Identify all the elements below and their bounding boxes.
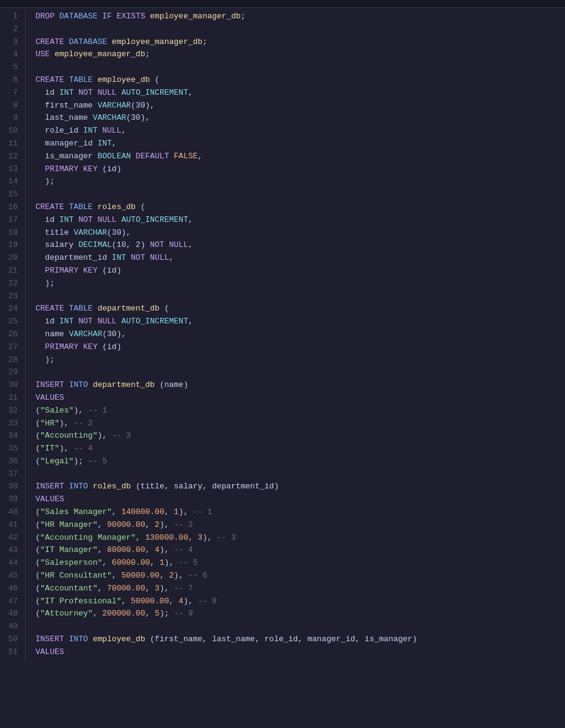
line-number: 14 [5,175,18,188]
line-number: 43 [5,544,18,557]
line-number: 49 [5,620,18,633]
line-number: 3 [5,36,18,49]
code-line: last_name VARCHAR(30), [35,112,565,125]
line-number: 45 [5,570,18,583]
code-line: VALUES [35,392,565,405]
code-line: id INT NOT NULL AUTO_INCREMENT, [35,315,565,328]
line-number: 13 [5,163,18,176]
line-number: 48 [5,608,18,620]
code-line: ("Legal"); -- 5 [35,455,565,468]
line-number: 38 [5,480,18,493]
code-line [35,366,565,379]
code-line: CREATE TABLE employee_db ( [35,74,565,87]
line-number: 1 [5,10,18,23]
code-line: ("HR Manager", 90000.00, 2), -- 2 [35,519,565,532]
code-line: department_id INT NOT NULL, [35,252,565,265]
line-number: 30 [5,379,18,392]
line-number: 44 [5,557,18,570]
line-number: 37 [5,468,18,481]
line-number: 36 [5,455,18,468]
code-line: salary DECIMAL(10, 2) NOT NULL, [35,239,565,252]
code-line [35,61,565,74]
code-line: ("HR"), -- 2 [35,417,565,430]
line-number: 2 [5,23,18,36]
code-line: role_id INT NULL, [35,125,565,138]
line-number: 26 [5,328,18,341]
code-line: PRIMARY KEY (id) [35,163,565,176]
code-line: PRIMARY KEY (id) [35,341,565,354]
line-number: 10 [5,125,18,138]
code-line: VALUES [35,493,565,506]
code-line: first_name VARCHAR(30), [35,100,565,112]
code-line: ("Accounting"), -- 3 [35,430,565,443]
line-number: 15 [5,188,18,201]
code-line: ("HR Consultant", 50000.00, 2), -- 6 [35,570,565,583]
line-number: 12 [5,150,18,163]
code-line [35,620,565,633]
line-number: 27 [5,341,18,354]
code-line: VALUES [35,646,565,659]
code-line: ("IT Manager", 80000.00, 4), -- 4 [35,544,565,557]
line-number: 51 [5,646,18,659]
code-line: is_manager BOOLEAN DEFAULT FALSE, [35,150,565,163]
line-number: 46 [5,583,18,595]
line-number: 16 [5,201,18,214]
line-number: 39 [5,493,18,506]
code-line: name VARCHAR(30), [35,328,565,341]
line-number: 6 [5,74,18,87]
line-number: 18 [5,227,18,240]
line-number: 21 [5,265,18,278]
code-line: ("Accountant", 70000.00, 3), -- 7 [35,583,565,595]
code-line: title VARCHAR(30), [35,227,565,240]
code-area: 1234567891011121314151617181920212223242… [0,8,565,661]
code-line: ("IT Professional", 50000.00, 4), -- 8 [35,595,565,608]
line-number: 11 [5,138,18,150]
line-number: 32 [5,405,18,417]
title-bar [0,0,565,8]
line-number: 5 [5,61,18,74]
line-number: 19 [5,239,18,252]
code-line: id INT NOT NULL AUTO_INCREMENT, [35,87,565,100]
code-line: manager_id INT, [35,138,565,150]
code-line: ); [35,175,565,188]
code-content[interactable]: DROP DATABASE IF EXISTS employee_manager… [26,8,565,661]
line-number: 33 [5,417,18,430]
code-line: ("Salesperson", 60000.00, 1), -- 5 [35,557,565,570]
line-number: 24 [5,303,18,315]
code-line: ("IT"), -- 4 [35,443,565,455]
line-number: 47 [5,595,18,608]
code-line: INSERT INTO employee_db (first_name, las… [35,633,565,646]
code-line: CREATE TABLE roles_db ( [35,201,565,214]
line-number: 34 [5,430,18,443]
code-line: INSERT INTO roles_db (title, salary, dep… [35,480,565,493]
line-number: 35 [5,443,18,455]
code-line: ("Accounting Manager", 130000.00, 3), --… [35,532,565,545]
code-line: USE employee_manager_db; [35,48,565,61]
line-number: 50 [5,633,18,646]
line-number: 9 [5,112,18,125]
code-line: id INT NOT NULL AUTO_INCREMENT, [35,214,565,227]
code-line [35,290,565,303]
code-line: DROP DATABASE IF EXISTS employee_manager… [35,10,565,23]
code-line: ); [35,354,565,367]
code-line: CREATE DATABASE employee_manager_db; [35,36,565,49]
code-line [35,468,565,481]
line-numbers: 1234567891011121314151617181920212223242… [0,8,26,661]
code-line: ); [35,278,565,290]
line-number: 31 [5,392,18,405]
line-number: 42 [5,532,18,545]
line-number: 41 [5,519,18,532]
line-number: 20 [5,252,18,265]
line-number: 25 [5,315,18,328]
code-line [35,23,565,36]
code-line: ("Sales"), -- 1 [35,405,565,417]
line-number: 4 [5,48,18,61]
code-line [35,188,565,201]
code-line: CREATE TABLE department_db ( [35,303,565,315]
line-number: 8 [5,100,18,112]
line-number: 40 [5,506,18,519]
line-number: 23 [5,290,18,303]
line-number: 22 [5,278,18,290]
code-line: ("Attourney", 200000.00, 5); -- 9 [35,608,565,620]
code-line: ("Sales Manager", 140000.00, 1), -- 1 [35,506,565,519]
